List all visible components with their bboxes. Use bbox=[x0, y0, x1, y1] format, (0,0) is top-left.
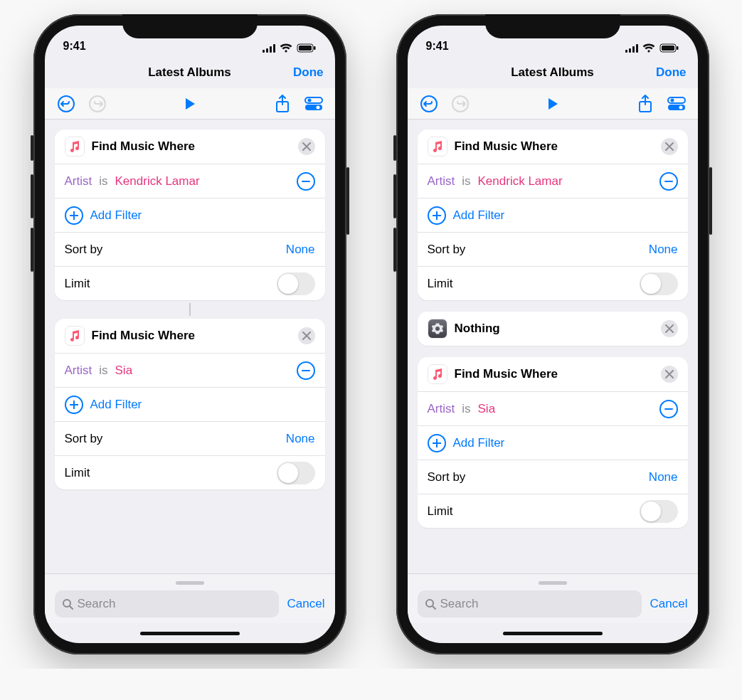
drag-handle[interactable] bbox=[539, 581, 567, 585]
limit-toggle[interactable] bbox=[640, 272, 678, 295]
svg-rect-17 bbox=[625, 50, 627, 53]
cancel-button[interactable]: Cancel bbox=[650, 597, 688, 611]
home-indicator[interactable] bbox=[45, 623, 335, 643]
filter-operator[interactable]: is bbox=[462, 402, 470, 416]
filter-operator[interactable]: is bbox=[462, 174, 470, 189]
limit-toggle[interactable] bbox=[277, 272, 315, 295]
sort-by-label: Sort by bbox=[428, 470, 642, 484]
limit-toggle[interactable] bbox=[277, 462, 315, 484]
filter-operator[interactable]: is bbox=[99, 364, 107, 378]
run-button[interactable] bbox=[177, 91, 203, 117]
limit-label: Limit bbox=[428, 504, 632, 519]
remove-filter-button[interactable] bbox=[297, 172, 315, 191]
svg-rect-1 bbox=[266, 48, 268, 53]
share-button[interactable] bbox=[632, 91, 658, 117]
home-indicator[interactable] bbox=[408, 623, 698, 643]
filter-field[interactable]: Artist bbox=[65, 364, 92, 378]
battery-icon bbox=[297, 43, 317, 53]
filter-field[interactable]: Artist bbox=[65, 174, 92, 189]
svg-rect-2 bbox=[270, 46, 272, 53]
filter-field[interactable]: Artist bbox=[428, 174, 455, 189]
filter-value[interactable]: Kendrick Lamar bbox=[115, 174, 200, 189]
limit-label: Limit bbox=[65, 466, 270, 480]
iphone-frame-right: 9:41 Latest Albums Done bbox=[396, 14, 709, 654]
nothing-action-card[interactable]: Nothing bbox=[418, 312, 688, 346]
sort-by-value[interactable]: None bbox=[649, 470, 678, 484]
page-title: Latest Albums bbox=[511, 65, 594, 80]
editor-toolbar bbox=[408, 88, 698, 120]
filter-value[interactable]: Kendrick Lamar bbox=[478, 174, 563, 189]
add-filter-icon[interactable] bbox=[428, 206, 446, 225]
action-title: Find Music Where bbox=[455, 367, 558, 381]
add-filter-icon[interactable] bbox=[65, 396, 83, 414]
nav-bar: Latest Albums Done bbox=[408, 57, 698, 88]
filter-operator[interactable]: is bbox=[99, 174, 107, 189]
wifi-icon bbox=[280, 43, 292, 53]
svg-rect-3 bbox=[273, 44, 275, 53]
music-app-icon bbox=[428, 364, 447, 384]
search-panel: Search Cancel bbox=[45, 573, 335, 623]
run-button[interactable] bbox=[540, 91, 566, 117]
filter-field[interactable]: Artist bbox=[428, 402, 455, 416]
share-button[interactable] bbox=[270, 91, 295, 117]
remove-filter-button[interactable] bbox=[659, 172, 678, 191]
gear-icon bbox=[428, 319, 447, 339]
action-card[interactable]: Find Music Where Artist is Kendrick Lama… bbox=[418, 129, 688, 300]
svg-rect-20 bbox=[636, 44, 638, 53]
action-card[interactable]: Find Music Where Artist is Sia bbox=[55, 319, 325, 489]
status-time: 9:41 bbox=[63, 40, 106, 53]
add-filter-button[interactable]: Add Filter bbox=[90, 208, 142, 223]
sort-by-value[interactable]: None bbox=[649, 243, 678, 257]
remove-action-button[interactable] bbox=[661, 320, 678, 337]
actions-list[interactable]: Find Music Where Artist is Kendrick Lama… bbox=[408, 120, 698, 573]
svg-point-11 bbox=[307, 98, 311, 102]
action-title: Find Music Where bbox=[455, 139, 558, 154]
add-filter-button[interactable]: Add Filter bbox=[90, 398, 142, 412]
search-icon bbox=[425, 598, 436, 610]
battery-icon bbox=[659, 43, 679, 53]
add-filter-button[interactable]: Add Filter bbox=[453, 436, 505, 450]
action-title: Nothing bbox=[455, 322, 500, 336]
nav-bar: Latest Albums Done bbox=[45, 57, 335, 88]
svg-rect-23 bbox=[677, 46, 679, 50]
add-filter-icon[interactable] bbox=[65, 206, 83, 225]
cancel-button[interactable]: Cancel bbox=[287, 597, 325, 611]
search-input[interactable]: Search bbox=[55, 590, 279, 617]
svg-point-28 bbox=[670, 98, 674, 102]
remove-filter-button[interactable] bbox=[659, 400, 678, 418]
svg-rect-15 bbox=[302, 370, 310, 371]
settings-toggle-button[interactable] bbox=[301, 91, 327, 117]
undo-button[interactable] bbox=[416, 91, 442, 117]
search-input[interactable]: Search bbox=[418, 590, 642, 617]
remove-action-button[interactable] bbox=[661, 138, 678, 155]
action-card[interactable]: Find Music Where Artist is Kendrick Lama… bbox=[55, 129, 325, 300]
filter-value[interactable]: Sia bbox=[115, 364, 133, 378]
page-title: Latest Albums bbox=[148, 65, 231, 80]
action-card[interactable]: Find Music Where Artist is Sia bbox=[418, 357, 688, 528]
iphone-frame-left: 9:41 Latest Albums Done bbox=[33, 14, 346, 654]
done-button[interactable]: Done bbox=[293, 65, 324, 80]
undo-button[interactable] bbox=[53, 91, 79, 117]
editor-toolbar bbox=[45, 88, 335, 120]
sort-by-value[interactable]: None bbox=[286, 432, 315, 446]
redo-button bbox=[85, 91, 110, 117]
music-app-icon bbox=[65, 326, 85, 346]
svg-rect-18 bbox=[629, 48, 631, 53]
limit-toggle[interactable] bbox=[640, 500, 678, 523]
remove-action-button[interactable] bbox=[661, 366, 678, 383]
add-filter-button[interactable]: Add Filter bbox=[453, 208, 505, 223]
settings-toggle-button[interactable] bbox=[664, 91, 689, 117]
svg-rect-22 bbox=[662, 46, 674, 51]
search-icon bbox=[62, 598, 73, 610]
remove-action-button[interactable] bbox=[298, 327, 315, 344]
sort-by-value[interactable]: None bbox=[286, 243, 315, 257]
add-filter-icon[interactable] bbox=[428, 434, 446, 452]
done-button[interactable]: Done bbox=[656, 65, 687, 80]
status-time: 9:41 bbox=[426, 40, 469, 53]
remove-filter-button[interactable] bbox=[297, 361, 315, 380]
music-app-icon bbox=[65, 137, 85, 157]
drag-handle[interactable] bbox=[176, 581, 204, 585]
remove-action-button[interactable] bbox=[298, 138, 315, 155]
filter-value[interactable]: Sia bbox=[478, 402, 496, 416]
actions-list[interactable]: Find Music Where Artist is Kendrick Lama… bbox=[45, 120, 335, 573]
